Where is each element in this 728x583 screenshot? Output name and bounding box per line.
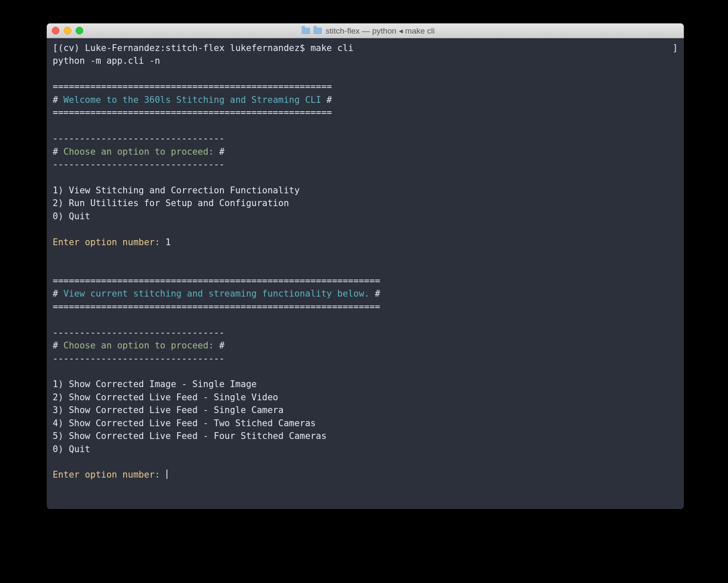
prompt-host: Luke-Fernandez:stitch-flex lukefernandez… xyxy=(85,43,305,53)
minimize-icon[interactable] xyxy=(64,27,71,34)
bracket-close: ] xyxy=(672,42,678,54)
folder-icon xyxy=(313,28,322,34)
blank-line xyxy=(53,365,678,378)
entered-command: make cli xyxy=(305,43,353,53)
choose1-text: Choose an option to proceed: xyxy=(63,147,214,157)
banner1-rule-top: ========================================… xyxy=(53,80,678,93)
hash-end: # xyxy=(214,147,224,157)
menu1-option-0: 0) Quit xyxy=(53,210,678,223)
prompt-line: [(cv) Luke-Fernandez:stitch-flex lukefer… xyxy=(53,42,678,54)
blank-line xyxy=(53,171,678,184)
banner1-rule-bottom: ========================================… xyxy=(53,106,678,119)
menu2-option-0: 0) Quit xyxy=(53,443,678,456)
enter1-label: Enter option number: xyxy=(53,237,166,247)
venv-prefix: (cv) xyxy=(58,43,85,53)
menu2-option-3: 3) Show Corrected Live Feed - Single Cam… xyxy=(53,404,678,416)
blank-line xyxy=(53,68,678,80)
menu2-option-1: 1) Show Corrected Image - Single Image xyxy=(53,378,678,391)
banner2-text-line: # View current stitching and streaming f… xyxy=(53,287,678,300)
menu1-option-2: 2) Run Utilities for Setup and Configura… xyxy=(53,197,678,209)
banner1-text: Welcome to the 360ls Stitching and Strea… xyxy=(63,95,321,105)
blank-line xyxy=(53,313,678,326)
maximize-icon[interactable] xyxy=(76,27,83,34)
terminal-body[interactable]: [(cv) Luke-Fernandez:stitch-flex lukefer… xyxy=(47,38,684,509)
window-title: stitch-flex — python ◂ make cli xyxy=(83,26,653,36)
menu2-option-2: 2) Show Corrected Live Feed - Single Vid… xyxy=(53,391,678,404)
choose2-rule-bottom: -------------------------------- xyxy=(53,352,678,365)
enter1-line: Enter option number: 1 xyxy=(53,236,678,249)
choose1-rule-bottom: -------------------------------- xyxy=(53,158,678,171)
hash-end: # xyxy=(214,340,224,351)
banner1-text-line: # Welcome to the 360ls Stitching and Str… xyxy=(53,93,678,106)
folder-icon xyxy=(302,28,310,34)
enter1-value: 1 xyxy=(166,237,171,247)
choose2-text-line: # Choose an option to proceed: # xyxy=(53,339,678,352)
enter2-label: Enter option number: xyxy=(53,470,166,480)
banner2-text: View current stitching and streaming fun… xyxy=(63,289,370,299)
blank-line xyxy=(53,456,678,468)
titlebar[interactable]: stitch-flex — python ◂ make cli xyxy=(47,23,684,38)
banner2-rule-bottom: ========================================… xyxy=(53,300,678,313)
cursor-icon xyxy=(166,470,167,479)
close-icon[interactable] xyxy=(52,27,59,34)
hash: # xyxy=(53,147,63,157)
choose2-rule-top: -------------------------------- xyxy=(53,326,678,339)
bracket-open: [ xyxy=(53,43,58,53)
window-title-text: stitch-flex — python ◂ make cli xyxy=(325,26,435,36)
banner2-rule-top: ========================================… xyxy=(53,275,678,287)
terminal-window: stitch-flex — python ◂ make cli [(cv) Lu… xyxy=(47,23,684,509)
blank-line xyxy=(53,223,678,235)
enter2-line[interactable]: Enter option number: xyxy=(53,468,678,481)
menu1-option-1: 1) View Stitching and Correction Functio… xyxy=(53,184,678,197)
hash-end: # xyxy=(321,95,332,105)
hash-end: # xyxy=(370,289,380,299)
choose1-rule-top: -------------------------------- xyxy=(53,132,678,145)
hash: # xyxy=(53,340,63,351)
blank-line xyxy=(53,249,678,261)
menu2-option-4: 4) Show Corrected Live Feed - Two Stiche… xyxy=(53,417,678,430)
choose1-text-line: # Choose an option to proceed: # xyxy=(53,145,678,158)
menu2-option-5: 5) Show Corrected Live Feed - Four Stitc… xyxy=(53,430,678,442)
traffic-lights xyxy=(52,27,83,34)
blank-line xyxy=(53,261,678,274)
hash: # xyxy=(53,289,63,299)
choose2-text: Choose an option to proceed: xyxy=(63,340,214,351)
hash: # xyxy=(53,95,63,105)
blank-line xyxy=(53,119,678,132)
run-line: python -m app.cli -n xyxy=(53,54,678,67)
